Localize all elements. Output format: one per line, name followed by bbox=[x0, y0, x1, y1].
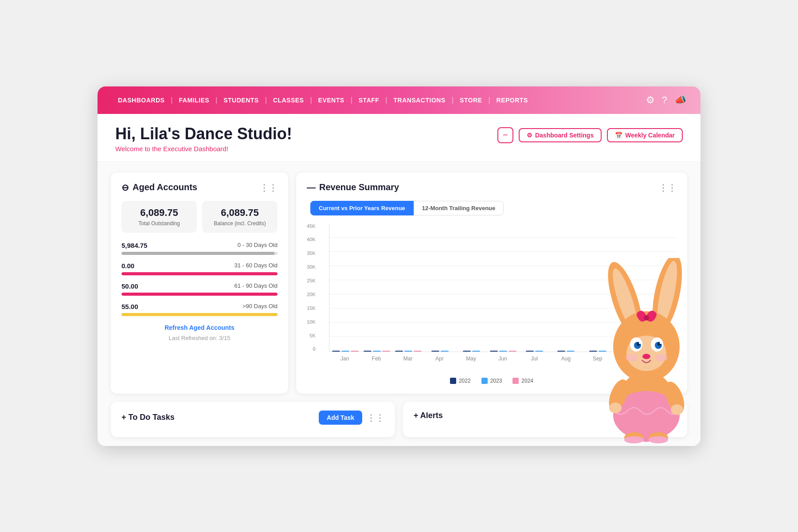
aged-amount-3: 55.00 bbox=[121, 303, 138, 310]
collapse-button[interactable]: − bbox=[497, 127, 513, 143]
y-label-5k: 5K bbox=[309, 333, 315, 338]
alerts-header: + Alerts ⋮⋮ bbox=[414, 411, 677, 421]
nav-dashboards[interactable]: DASHBOARDS bbox=[112, 97, 171, 104]
app-frame: DASHBOARDS | FAMILIES | STUDENTS | CLASS… bbox=[98, 86, 700, 446]
revenue-header: — Revenue Summary ⋮⋮ bbox=[307, 182, 677, 193]
legend-2023: 2023 bbox=[481, 378, 502, 384]
bottom-row: + To Do Tasks Add Task ⋮⋮ + Alerts ⋮⋮ bbox=[111, 402, 687, 437]
bar-group-feb bbox=[361, 351, 392, 352]
bar-2022-Aug bbox=[557, 351, 565, 352]
legend-2022: 2022 bbox=[450, 378, 471, 384]
chart-legend: 2022 2023 2024 bbox=[307, 378, 677, 384]
bar-2024-Jun bbox=[509, 351, 516, 352]
todo-menu-icon[interactable]: ⋮⋮ bbox=[367, 412, 384, 423]
revenue-summary-card: — Revenue Summary ⋮⋮ Current vs Prior Ye… bbox=[296, 172, 687, 394]
weekly-calendar-button[interactable]: 📅 Weekly Calendar bbox=[607, 128, 683, 142]
megaphone-icon[interactable]: 📣 bbox=[674, 94, 686, 106]
bar-group-apr bbox=[424, 351, 456, 352]
aged-row-1: 0.00 31 - 60 Days Old bbox=[121, 262, 278, 275]
tab-trailing[interactable]: 12-Month Trailing Revenue bbox=[414, 201, 504, 215]
aged-row-3: 55.00 >90 Days Old bbox=[121, 303, 278, 316]
chart-x-labels: Jan Feb Mar Apr May Jun Jul Aug Sep Oct … bbox=[329, 352, 677, 374]
bar-2023-May bbox=[472, 351, 480, 352]
stats-row: 6,089.75 Total Outstanding 6,089.75 Bala… bbox=[121, 201, 278, 233]
y-label-15k: 15K bbox=[307, 305, 316, 311]
nav-reports[interactable]: REPORTS bbox=[490, 97, 534, 104]
legend-2024: 2024 bbox=[512, 378, 533, 384]
aged-bar-bg-0 bbox=[121, 252, 278, 255]
bar-2022-Jan bbox=[332, 351, 340, 352]
alerts-card: + Alerts ⋮⋮ bbox=[403, 402, 687, 437]
aged-accounts-header: ⊖ Aged Accounts ⋮⋮ bbox=[121, 182, 278, 193]
nav-store[interactable]: STORE bbox=[454, 97, 488, 104]
alerts-title: + Alerts bbox=[414, 411, 443, 420]
bar-2023-Sep bbox=[598, 351, 606, 352]
revenue-tabs: Current vs Prior Years Revenue 12-Month … bbox=[310, 201, 677, 215]
add-task-button[interactable]: Add Task bbox=[319, 411, 362, 425]
main-content: ⊖ Aged Accounts ⋮⋮ 6,089.75 Total Outsta… bbox=[98, 162, 700, 446]
total-outstanding-label: Total Outstanding bbox=[129, 220, 190, 227]
nav-families[interactable]: FAMILIES bbox=[173, 97, 216, 104]
revenue-menu-icon[interactable]: ⋮⋮ bbox=[659, 182, 677, 193]
nav-events[interactable]: EVENTS bbox=[312, 97, 351, 104]
help-icon[interactable]: ? bbox=[662, 94, 667, 106]
last-refreshed-text: Last Refreshed on: 3/15 bbox=[121, 335, 278, 341]
nav-students[interactable]: STUDENTS bbox=[217, 97, 265, 104]
nav-links: DASHBOARDS | FAMILIES | STUDENTS | CLASS… bbox=[112, 96, 534, 104]
bar-group-may bbox=[456, 351, 487, 352]
bar-2022-Oct bbox=[621, 351, 629, 352]
aged-bar-bg-1 bbox=[121, 272, 278, 275]
tab-current-vs-prior[interactable]: Current vs Prior Years Revenue bbox=[310, 201, 414, 215]
bar-group-oct bbox=[614, 351, 645, 352]
aged-amount-0: 5,984.75 bbox=[121, 242, 147, 249]
y-label-40k: 40K bbox=[307, 237, 316, 242]
nav-classes[interactable]: CLASSES bbox=[267, 97, 310, 104]
bar-2024-Mar bbox=[414, 351, 422, 352]
nav-transactions[interactable]: TRANSACTIONS bbox=[387, 97, 452, 104]
aged-label-1: 31 - 60 Days Old bbox=[234, 262, 278, 270]
revenue-chart-area: 45K 40K 35K 30K 25K 20K 15K 10K 5K 0 bbox=[307, 223, 677, 374]
bar-group-nov bbox=[645, 351, 677, 352]
bar-2023-Feb bbox=[373, 351, 381, 352]
bar-2022-Mar bbox=[395, 351, 403, 352]
bar-2022-Sep bbox=[589, 351, 597, 352]
bar-2023-Mar bbox=[404, 351, 412, 352]
calendar-icon: 📅 bbox=[615, 132, 622, 139]
page-title: Hi, Lila's Dance Studio! bbox=[115, 125, 292, 143]
balance-box: 6,089.75 Balance (incl. Credits) bbox=[202, 201, 278, 233]
aged-accounts-card: ⊖ Aged Accounts ⋮⋮ 6,089.75 Total Outsta… bbox=[111, 172, 288, 394]
header-subtitle: Welcome to the Executive Dashboard! bbox=[115, 145, 292, 153]
aged-amount-2: 50.00 bbox=[121, 282, 138, 290]
bar-2023-Nov bbox=[661, 351, 669, 352]
nav-icons: ⚙ ? 📣 bbox=[646, 94, 686, 106]
chart-gridlines bbox=[329, 223, 677, 352]
aged-bar-2 bbox=[121, 293, 278, 296]
bar-2024-Feb bbox=[382, 351, 390, 352]
aged-label-3: >90 Days Old bbox=[243, 303, 278, 310]
aged-label-0: 0 - 30 Days Old bbox=[238, 242, 278, 249]
bar-2022-Jun bbox=[490, 351, 498, 352]
chart-y-labels: 45K 40K 35K 30K 25K 20K 15K 10K 5K 0 bbox=[307, 223, 318, 352]
aged-bar-0 bbox=[121, 252, 274, 255]
legend-dot-2022 bbox=[450, 378, 456, 384]
alerts-menu-icon[interactable]: ⋮⋮ bbox=[659, 411, 677, 421]
aged-bar-bg-2 bbox=[121, 293, 278, 296]
bar-2023-Jan bbox=[341, 351, 349, 352]
bar-group-jul bbox=[519, 351, 550, 352]
aged-accounts-title: ⊖ Aged Accounts bbox=[121, 182, 197, 193]
bar-2023-Oct bbox=[630, 351, 638, 352]
settings-icon[interactable]: ⚙ bbox=[646, 94, 655, 106]
bar-2023-Jun bbox=[499, 351, 507, 352]
nav-staff[interactable]: STAFF bbox=[352, 97, 386, 104]
bar-group-aug bbox=[550, 351, 582, 352]
bar-2024-Jan bbox=[351, 351, 359, 352]
refresh-aged-accounts-link[interactable]: Refresh Aged Accounts bbox=[121, 324, 278, 331]
bar-2023-Aug bbox=[567, 351, 575, 352]
bar-2023-Apr bbox=[441, 351, 449, 352]
bar-group-jun bbox=[487, 351, 519, 352]
aged-accounts-menu-icon[interactable]: ⋮⋮ bbox=[260, 182, 278, 193]
dashboard-settings-button[interactable]: ⚙ Dashboard Settings bbox=[519, 128, 602, 142]
bar-2022-May bbox=[463, 351, 471, 352]
y-label-0: 0 bbox=[313, 346, 315, 352]
bar-group-mar bbox=[392, 351, 424, 352]
